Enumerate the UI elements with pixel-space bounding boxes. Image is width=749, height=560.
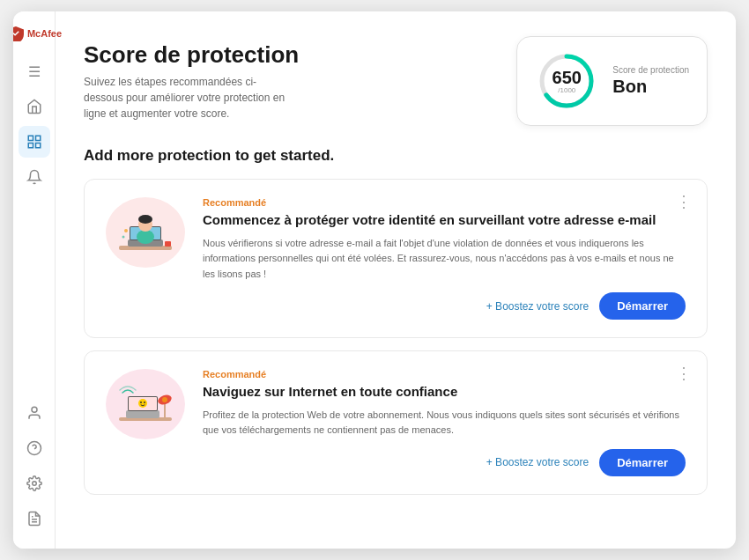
page-subtitle: Suivez les étapes recommandées ci-dessou… <box>84 74 295 122</box>
card-content-email: Recommandé Commencez à protéger votre id… <box>203 197 686 320</box>
card-tag-web: Recommandé <box>203 369 686 379</box>
svg-rect-0 <box>28 136 33 140</box>
section-title: Add more protection to get started. <box>84 147 708 165</box>
score-circle: 650 /1000 <box>535 49 598 113</box>
sidebar-item-settings[interactable] <box>19 468 50 499</box>
app-logo: McAfee <box>13 26 62 41</box>
card-desc-web: Profitez de la protection Web de votre a… <box>203 408 686 438</box>
score-label-title: Score de protection <box>612 65 689 75</box>
start-button-email[interactable]: Démarrer <box>599 292 686 320</box>
card-footer-web: + Boostez votre score Démarrer <box>203 449 686 476</box>
sidebar-item-home[interactable] <box>19 91 50 122</box>
sidebar-item-dashboard[interactable] <box>19 126 50 158</box>
card-illustration-email <box>106 197 185 268</box>
svg-point-31 <box>144 402 145 403</box>
svg-point-30 <box>140 402 142 403</box>
svg-point-21 <box>122 235 125 238</box>
svg-point-18 <box>138 215 152 224</box>
score-label: Score de protection Bon <box>612 65 689 97</box>
svg-rect-2 <box>28 144 33 148</box>
score-widget: 650 /1000 Score de protection Bon <box>516 36 708 126</box>
sidebar-item-profile[interactable] <box>19 397 50 429</box>
sidebar-item-menu[interactable]: ☰ <box>19 55 50 87</box>
svg-point-20 <box>124 229 128 232</box>
svg-point-7 <box>32 482 36 486</box>
svg-point-4 <box>32 407 37 412</box>
svg-rect-3 <box>35 144 40 148</box>
boost-score-web: + Boostez votre score <box>486 456 589 468</box>
card-email-protection: Recommandé Commencez à protéger votre id… <box>84 179 708 338</box>
page-title: Score de protection <box>84 41 299 69</box>
card-menu-email[interactable]: ⋮ <box>676 194 693 210</box>
score-number: 650 <box>552 69 582 86</box>
svg-rect-19 <box>165 241 171 247</box>
boost-score-email: + Boostez votre score <box>486 300 589 313</box>
main-content: Score de protection Suivez les étapes re… <box>56 11 736 549</box>
svg-point-16 <box>137 230 154 244</box>
sidebar-item-docs[interactable] <box>19 503 50 534</box>
sidebar-item-help[interactable] <box>19 432 50 464</box>
header-left: Score de protection Suivez les étapes re… <box>84 41 299 122</box>
card-title-email: Commencez à protéger votre identité en s… <box>203 211 686 229</box>
sidebar: McAfee ☰ <box>13 11 56 549</box>
card-web-protection: Recommandé Naviguez sur Internet en tout… <box>84 350 708 495</box>
card-illustration-web <box>106 369 185 439</box>
svg-rect-1 <box>35 136 40 140</box>
page-header: Score de protection Suivez les étapes re… <box>84 36 708 126</box>
card-menu-web[interactable]: ⋮ <box>676 365 693 381</box>
card-desc-email: Nous vérifierons si votre adresse e-mail… <box>203 236 686 283</box>
card-title-web: Naviguez sur Internet en toute confiance <box>203 383 686 401</box>
svg-rect-26 <box>126 410 159 418</box>
card-tag-email: Recommandé <box>203 197 686 208</box>
score-label-value: Bon <box>612 77 689 97</box>
start-button-web[interactable]: Démarrer <box>599 449 686 476</box>
card-footer-email: + Boostez votre score Démarrer <box>203 292 686 320</box>
card-content-web: Recommandé Naviguez sur Internet en tout… <box>203 369 686 476</box>
score-denom: /1000 <box>552 86 582 94</box>
sidebar-item-bell[interactable] <box>19 161 50 193</box>
svg-point-24 <box>162 397 167 402</box>
